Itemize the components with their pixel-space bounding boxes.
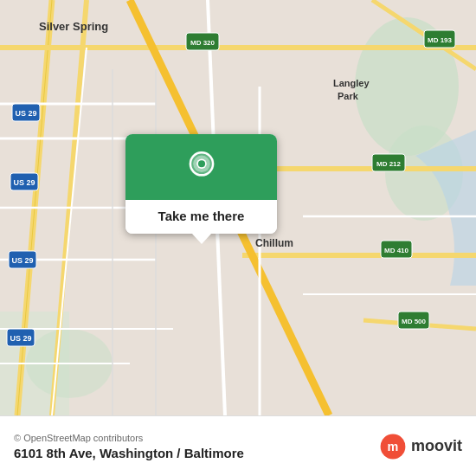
map-area[interactable]: US 29 US 29 US 29 US 29 MD 320 MD 212 MD… [0,0,476,415]
svg-text:Park: Park [338,91,359,101]
svg-text:Langley: Langley [333,78,370,88]
popup-icon-area [125,134,277,200]
svg-text:US 29: US 29 [10,334,31,343]
footer-bar: © OpenStreetMap contributors 6101 8th Av… [0,415,476,476]
moovit-logo[interactable]: m moovit [379,433,462,460]
svg-text:MD 500: MD 500 [402,318,427,325]
footer-text: © OpenStreetMap contributors 6101 8th Av… [14,433,244,460]
address-text: 6101 8th Ave, Washington / Baltimore [14,446,244,460]
moovit-label: moovit [411,437,462,455]
take-me-there-button[interactable]: Take me there [125,200,277,234]
svg-text:US 29: US 29 [11,256,33,265]
svg-text:MD 410: MD 410 [384,247,409,254]
svg-text:US 29: US 29 [13,178,35,187]
location-pin-icon [183,150,221,188]
svg-point-54 [197,160,204,167]
svg-text:Silver Spring: Silver Spring [39,20,108,33]
svg-text:MD 193: MD 193 [428,36,453,44]
svg-text:Chillum: Chillum [255,237,293,249]
location-popup: Take me there [125,134,277,234]
moovit-icon: m [379,433,407,460]
svg-text:US 29: US 29 [15,109,36,118]
svg-text:MD 212: MD 212 [376,160,402,168]
svg-text:MD 320: MD 320 [190,39,215,47]
copyright-text: © OpenStreetMap contributors [14,433,244,443]
svg-text:m: m [388,439,399,453]
